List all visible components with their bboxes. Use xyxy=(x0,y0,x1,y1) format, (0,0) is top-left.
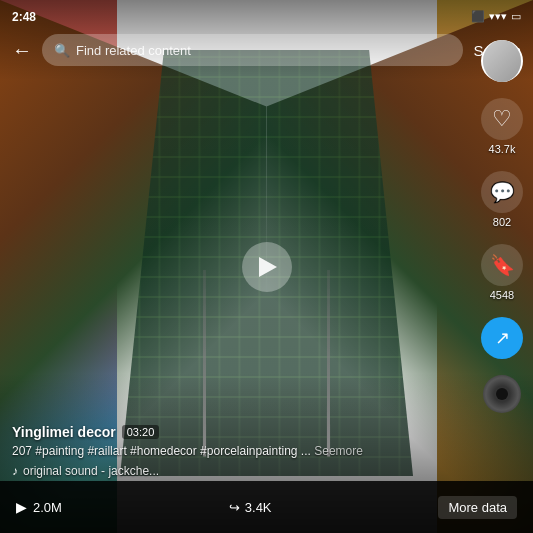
comment-item: 💬 802 xyxy=(481,171,523,228)
bookmark-item: 🔖 4548 xyxy=(481,244,523,301)
music-track: original sound - jackche... xyxy=(23,464,159,478)
share-row: ↪ 3.4K xyxy=(229,500,272,515)
avatar-image xyxy=(483,40,521,82)
comment-button[interactable]: 💬 xyxy=(481,171,523,213)
share-button[interactable]: ↗ xyxy=(481,317,523,359)
hashtag-content: 207 #painting #raillart #homedecor #porc… xyxy=(12,444,311,458)
video-duration: 03:20 xyxy=(122,425,160,439)
creator-username: Yinglimei decor xyxy=(12,424,116,440)
play-button[interactable] xyxy=(242,242,292,292)
play-triangle-icon xyxy=(259,257,277,277)
back-button[interactable]: ← xyxy=(12,39,32,62)
status-time: 2:48 xyxy=(12,10,36,24)
view-row: ▶ 2.0M xyxy=(16,499,62,515)
like-button[interactable]: ♡ xyxy=(481,98,523,140)
disc-center xyxy=(496,388,508,400)
play-small-icon: ▶ xyxy=(16,499,27,515)
wifi-icon: ▾▾▾ xyxy=(489,10,507,23)
right-actions: ♡ 43.7k 💬 802 🔖 4548 ↗ xyxy=(481,40,523,413)
hashtag-text: 207 #painting #raillart #homedecor #porc… xyxy=(12,443,468,460)
bottom-info: Yinglimei decor 03:20 207 #painting #rai… xyxy=(12,424,468,478)
see-more-button[interactable]: Seemore xyxy=(314,444,363,458)
phone-frame: 2:48 ⬛ ▾▾▾ ▭ ← 🔍 Find related content Se… xyxy=(0,0,533,533)
view-count: 2.0M xyxy=(33,500,62,515)
top-bar: ← 🔍 Find related content Search xyxy=(0,28,533,72)
bottom-bar: ▶ 2.0M ↪ 3.4K More data xyxy=(0,481,533,533)
heart-icon: ♡ xyxy=(492,106,512,132)
comment-count: 802 xyxy=(493,216,511,228)
bookmark-count: 4548 xyxy=(490,289,514,301)
search-placeholder: Find related content xyxy=(76,43,191,58)
battery-icon: ▭ xyxy=(511,10,521,23)
creator-avatar-item xyxy=(481,40,523,82)
like-count: 43.7k xyxy=(489,143,516,155)
music-note-icon: ♪ xyxy=(12,464,18,478)
more-data-button[interactable]: More data xyxy=(438,496,517,519)
share-count: 3.4K xyxy=(245,500,272,515)
like-item: ♡ 43.7k xyxy=(481,98,523,155)
comment-icon: 💬 xyxy=(490,180,515,204)
bookmark-icon: 🔖 xyxy=(490,253,515,277)
status-icons: ⬛ ▾▾▾ ▭ xyxy=(471,10,521,23)
status-bar: 2:48 ⬛ ▾▾▾ ▭ xyxy=(0,0,533,28)
cast-icon: ⬛ xyxy=(471,10,485,23)
music-disc-item xyxy=(483,375,521,413)
search-icon: 🔍 xyxy=(54,43,70,58)
share-item: ↗ xyxy=(481,317,523,359)
share-arrow-icon: ↪ xyxy=(229,500,240,515)
search-bar[interactable]: 🔍 Find related content xyxy=(42,34,463,66)
music-row: ♪ original sound - jackche... xyxy=(12,464,468,478)
bookmark-button[interactable]: 🔖 xyxy=(481,244,523,286)
music-disc-button[interactable] xyxy=(483,375,521,413)
share-icon: ↗ xyxy=(495,327,510,349)
creator-avatar[interactable] xyxy=(481,40,523,82)
